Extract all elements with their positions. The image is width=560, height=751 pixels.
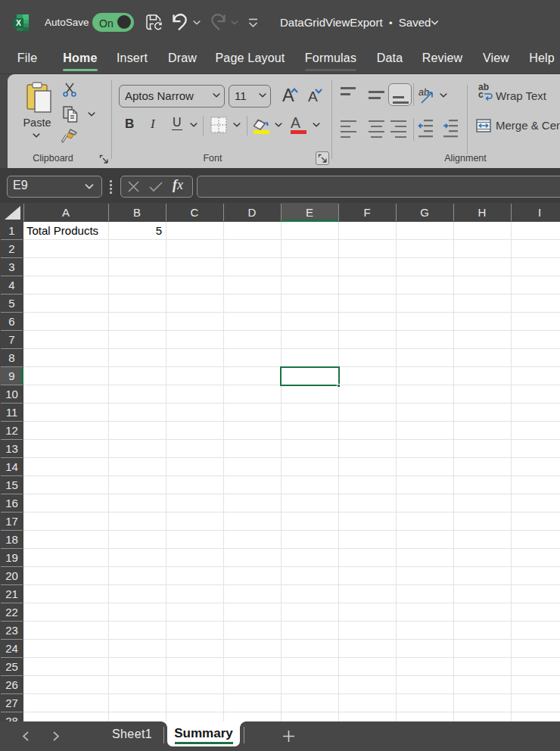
svg-text:X: X — [16, 18, 21, 27]
